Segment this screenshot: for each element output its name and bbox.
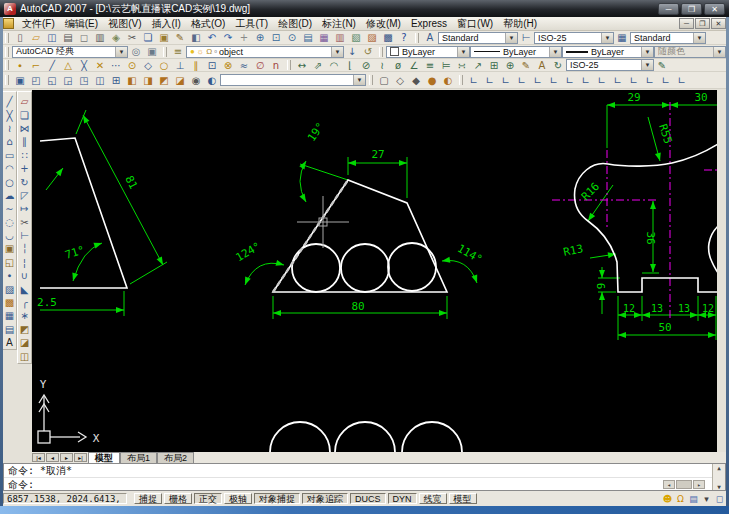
- dimension-style-combo[interactable]: ISO-25 ▼: [566, 59, 654, 71]
- first-layout-button[interactable]: |◂: [32, 453, 45, 462]
- block-editor-icon[interactable]: ◧: [188, 31, 204, 44]
- diameter-dimension-icon[interactable]: ø: [390, 59, 406, 72]
- command-hscrollbar[interactable]: ◂ ▸: [663, 480, 711, 489]
- array-icon[interactable]: ∷: [17, 149, 32, 162]
- draw-order-front-icon[interactable]: ◩: [17, 323, 32, 336]
- menu-item[interactable]: 格式(O): [186, 17, 230, 31]
- front-view-icon[interactable]: ◫: [92, 74, 108, 87]
- mdi-minimize-button[interactable]: ─: [679, 18, 694, 29]
- gradient-icon[interactable]: ▩: [2, 296, 17, 309]
- snap-nearest-icon[interactable]: ≈: [236, 59, 252, 72]
- menu-item[interactable]: 工具(T): [230, 17, 273, 31]
- snap-apparent-intersection-icon[interactable]: ✕: [92, 59, 108, 72]
- design-center-icon[interactable]: ▦: [316, 31, 332, 44]
- ucs-previous-icon[interactable]: ∟: [658, 74, 674, 87]
- dimension-text-edit-icon[interactable]: A: [534, 59, 550, 72]
- ellipse-arc-icon[interactable]: ◡: [2, 229, 17, 242]
- snap-from-icon[interactable]: ⌐: [28, 59, 44, 72]
- prev-layout-button[interactable]: ◂: [46, 453, 59, 462]
- toolbar-grip[interactable]: [5, 33, 9, 43]
- status-toggle-button[interactable]: 栅格: [164, 493, 192, 504]
- part-geometry[interactable]: [40, 138, 717, 452]
- fillet-icon[interactable]: ╭: [17, 296, 32, 309]
- next-layout-button[interactable]: ▸: [60, 453, 73, 462]
- layout-tab[interactable]: 布局2: [157, 452, 194, 463]
- communication-center-icon[interactable]: ☻: [661, 494, 674, 504]
- menu-item[interactable]: 编辑(E): [60, 17, 103, 31]
- copy-icon[interactable]: ❏: [140, 31, 156, 44]
- text-style-combo[interactable]: Standard ▼: [438, 32, 518, 44]
- ucs-icon[interactable]: ∟: [466, 74, 482, 87]
- break-icon[interactable]: ¦: [17, 256, 32, 269]
- dimension-style-icon[interactable]: ✎: [654, 59, 670, 72]
- table-style-combo[interactable]: Standard ▼: [630, 32, 706, 44]
- snap-extension-icon[interactable]: ⋯: [108, 59, 124, 72]
- menu-item[interactable]: 视图(V): [103, 17, 146, 31]
- ucs-face-icon[interactable]: ∟: [514, 74, 530, 87]
- quick-dimension-icon[interactable]: ≡: [422, 59, 438, 72]
- zoom-previous-icon[interactable]: ⊙: [284, 31, 300, 44]
- status-toggle-button[interactable]: 模型: [449, 493, 477, 504]
- minimize-button[interactable]: ─: [658, 3, 679, 15]
- chevron-down-icon[interactable]: ▼: [601, 33, 613, 43]
- mdi-close-button[interactable]: ✕: [711, 18, 726, 29]
- trim-icon[interactable]: ✂: [17, 216, 32, 229]
- zoom-window-icon[interactable]: ⊡: [268, 31, 284, 44]
- chevron-down-icon[interactable]: ▼: [353, 75, 365, 85]
- ellipse-icon[interactable]: ◌: [2, 216, 17, 229]
- quick-leader-icon[interactable]: ↗: [470, 59, 486, 72]
- snap-perpendicular-icon[interactable]: ⊥: [172, 59, 188, 72]
- arc-length-dimension-icon[interactable]: ◠: [326, 59, 342, 72]
- toolbar-grip[interactable]: [5, 47, 9, 57]
- region-icon[interactable]: ▦: [2, 309, 17, 322]
- snap-tangent-icon[interactable]: ○: [156, 59, 172, 72]
- center-mark-icon[interactable]: ⊕: [502, 59, 518, 72]
- scale-icon[interactable]: ◸: [17, 189, 32, 202]
- layout-tab[interactable]: 模型: [88, 452, 120, 463]
- toolbar-unlock-icon[interactable]: Ω: [674, 494, 687, 504]
- publish-icon[interactable]: ▥: [92, 31, 108, 44]
- dimension-update-icon[interactable]: ↻: [550, 59, 566, 72]
- color-combo[interactable]: ByLayer ▼: [386, 46, 470, 58]
- toolbar-grip[interactable]: [415, 33, 419, 43]
- temporary-track-point-icon[interactable]: ∙: [12, 59, 28, 72]
- snap-midpoint-icon[interactable]: △: [60, 59, 76, 72]
- mirror-icon[interactable]: ⋈: [17, 122, 32, 135]
- named-views-icon[interactable]: ▣: [12, 74, 28, 87]
- ucs-apply-icon[interactable]: ∟: [642, 74, 658, 87]
- spline-icon[interactable]: ∼: [2, 202, 17, 215]
- status-toggle-button[interactable]: 捕捉: [134, 493, 162, 504]
- zoom-realtime-icon[interactable]: ⊕: [252, 31, 268, 44]
- layer-previous-icon[interactable]: ↺: [360, 45, 376, 58]
- toolbar-grip[interactable]: [5, 60, 9, 70]
- camera-icon[interactable]: ◉: [188, 74, 204, 87]
- quickcalc-icon[interactable]: ▩: [380, 31, 396, 44]
- close-button[interactable]: ✕: [704, 3, 725, 15]
- ne-isometric-icon[interactable]: ◩: [156, 74, 172, 87]
- radius-dimension-icon[interactable]: ⊘: [358, 59, 374, 72]
- sheet-set-manager-icon[interactable]: ▧: [348, 31, 364, 44]
- osnap-settings-icon[interactable]: n: [268, 59, 284, 72]
- snap-parallel-icon[interactable]: ∥: [188, 59, 204, 72]
- scroll-left-icon[interactable]: ◂: [663, 480, 675, 489]
- ucs-x-rotate-icon[interactable]: ∟: [594, 74, 610, 87]
- toolbar-grip[interactable]: [287, 60, 291, 70]
- polyline-icon[interactable]: ≀: [2, 122, 17, 135]
- baseline-dimension-icon[interactable]: ⊨: [438, 59, 454, 72]
- paste-icon[interactable]: ▣: [156, 31, 172, 44]
- right-view-icon[interactable]: ◳: [76, 74, 92, 87]
- status-toggle-button[interactable]: 对象追踪: [302, 493, 348, 504]
- clean-screen-icon[interactable]: ◻: [713, 494, 726, 504]
- insert-block-icon[interactable]: ▣: [2, 242, 17, 255]
- chamfer-icon[interactable]: ◣: [17, 282, 32, 295]
- scroll-up-icon[interactable]: ▲: [717, 464, 721, 471]
- tool-palettes-icon[interactable]: ▥: [332, 31, 348, 44]
- ucs-view-icon[interactable]: ∟: [530, 74, 546, 87]
- break-at-point-icon[interactable]: ╎: [17, 242, 32, 255]
- cut-icon[interactable]: ✂: [124, 31, 140, 44]
- construction-line-icon[interactable]: ╳: [2, 108, 17, 121]
- new-icon[interactable]: ▯: [12, 31, 28, 44]
- snap-endpoint-icon[interactable]: ╱: [44, 59, 60, 72]
- bottom-view-icon[interactable]: ◱: [44, 74, 60, 87]
- drawing-canvas[interactable]: 81 71° 2.5 27 19° 124° 114° 80 29 30 R55…: [32, 90, 717, 452]
